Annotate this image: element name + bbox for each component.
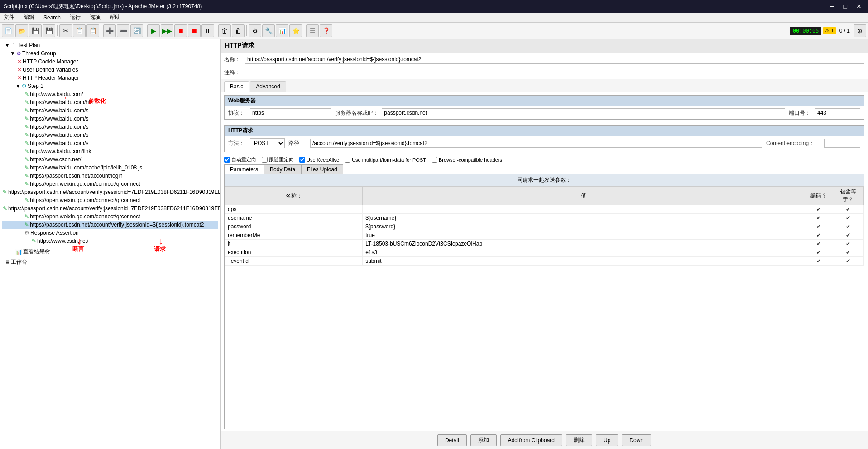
name-input[interactable] — [245, 55, 864, 64]
tree-item-step1[interactable]: ▼ ⚙ Step 1 — [2, 82, 218, 90]
params-data-table: 名称： 值 编码？ 包含等于？ gps ✔ ✔ — [225, 186, 864, 266]
table-row[interactable]: rememberMe true ✔ ✔ — [225, 231, 864, 240]
inner-tab-body-data[interactable]: Body Data — [264, 164, 301, 174]
inner-tab-parameters[interactable]: Parameters — [224, 164, 264, 174]
table-row[interactable]: execution e1s3 ✔ ✔ — [225, 248, 864, 257]
method-select[interactable]: POST GET PUT DELETE — [250, 138, 285, 148]
toolbar-clear-all[interactable]: 🗑 — [232, 24, 245, 37]
up-button[interactable]: Up — [596, 434, 618, 446]
toolbar-copy[interactable]: 📋 — [73, 24, 86, 37]
col-value: 值 — [363, 187, 805, 205]
path-input[interactable] — [310, 139, 762, 148]
comment-input[interactable] — [245, 68, 864, 77]
inner-tab-files-upload[interactable]: Files Upload — [301, 164, 343, 174]
cell-include: ✔ — [832, 205, 864, 214]
table-row[interactable]: lt LT-18503-bUSCm6ZloconD2Vt3CSIcpazeOlH… — [225, 240, 864, 248]
protocol-input[interactable] — [250, 108, 331, 117]
table-row[interactable]: username ${username} ✔ ✔ — [225, 214, 864, 222]
menu-run[interactable]: 运行 — [68, 13, 82, 22]
server-input[interactable] — [382, 108, 785, 117]
toolbar-clear[interactable]: 🗑 — [218, 24, 231, 37]
tree-item-test-plan[interactable]: ▼ 🗒 Test Plan — [2, 41, 218, 49]
web-server-section: Web服务器 协议： 服务器名称或IP： 端口号： — [224, 95, 864, 120]
toolbar-func2[interactable]: 🔧 — [262, 24, 275, 37]
toolbar-save-as[interactable]: 💾 — [43, 24, 55, 37]
toolbar-paste[interactable]: 📋 — [86, 24, 99, 37]
delete-button[interactable]: 删除 — [566, 434, 592, 446]
port-input[interactable] — [815, 108, 860, 117]
tree-item-url16[interactable]: ✎ https://open.weixin.qq.com/connect/qrc… — [2, 212, 218, 221]
add-from-clipboard-button[interactable]: Add from Clipboard — [500, 434, 562, 446]
counter-display: 0 / 1 — [838, 27, 852, 35]
menu-edit[interactable]: 编辑 — [22, 13, 36, 22]
toolbar-run[interactable]: ▶ — [147, 24, 160, 37]
close-button[interactable]: ✕ — [854, 2, 864, 11]
tree-item-selected-url[interactable]: ✎ https://passport.csdn.net/account/veri… — [2, 221, 218, 229]
check-auto-redirect[interactable]: 自动重定向 — [224, 156, 256, 163]
tree-item-url10[interactable]: ✎ https://www.baidu.com/cache/fpid/ielib… — [2, 164, 218, 172]
tree-item-user-defined-vars[interactable]: ✕ User Defined Variables — [2, 66, 218, 74]
toolbar: 📄 📂 💾 💾 ✂ 📋 📋 ➕ ➖ 🔄 ▶ ▶▶ ⏹ ⏹ ⏸ 🗑 🗑 ⚙ 🔧 📊… — [0, 23, 868, 39]
toolbar-cut[interactable]: ✂ — [59, 24, 72, 37]
down-button[interactable]: Down — [622, 434, 651, 446]
tree-item-header-manager[interactable]: ✕ HTTP Header Manager — [2, 74, 218, 82]
toolbar-func1[interactable]: ⚙ — [249, 24, 261, 37]
minimize-button[interactable]: ─ — [827, 2, 837, 11]
check-keepalive[interactable]: Use KeepAlive — [299, 157, 339, 163]
tree-item-response-assertion[interactable]: ⚙ Response Assertion — [2, 229, 218, 237]
tree-item-url4[interactable]: ✎ https://www.baidu.com/s — [2, 115, 218, 123]
toolbar-run-all[interactable]: ▶▶ — [161, 24, 173, 37]
tree-item-url17[interactable]: ✎ https://www.csdn.net/ — [2, 237, 218, 245]
check-follow-redirect[interactable]: 跟随重定向 — [262, 156, 294, 163]
tree-item-url13[interactable]: ✎ https://passport.csdn.net/account/veri… — [2, 188, 218, 196]
tree-item-url14[interactable]: ✎ https://open.weixin.qq.com/connect/qrc… — [2, 196, 218, 204]
menu-help[interactable]: 帮助 — [108, 13, 122, 22]
toolbar-help[interactable]: ❓ — [320, 24, 332, 37]
menu-search[interactable]: Search — [42, 14, 62, 22]
toolbar-func4[interactable]: ⭐ — [289, 24, 302, 37]
vars-icon: ✕ — [17, 67, 22, 73]
tree-item-url6[interactable]: ✎ https://www.baidu.com/s — [2, 131, 218, 139]
toolbar-toggle[interactable]: 🔄 — [130, 24, 143, 37]
toolbar-list[interactable]: ☰ — [306, 24, 319, 37]
toolbar-expand[interactable]: ➕ — [103, 24, 116, 37]
check-multipart[interactable]: Use multipart/form-data for POST — [345, 157, 426, 163]
cell-include: ✔ — [832, 231, 864, 240]
tree-item-url9[interactable]: ✎ https://www.csdn.net/ — [2, 155, 218, 164]
menu-file[interactable]: 文件 — [2, 13, 16, 22]
tree-item-url12[interactable]: ✎ https://open.weixin.qq.com/connect/qrc… — [2, 180, 218, 188]
table-row[interactable]: gps ✔ ✔ — [225, 205, 864, 214]
toolbar-open[interactable]: 📂 — [15, 24, 28, 37]
tree-item-cookie-manager[interactable]: ✕ HTTP Cookie Manager — [2, 58, 218, 66]
tree-item-url2[interactable]: ✎ https://www.baidu.com/his — [2, 98, 218, 106]
tree-item-workbench[interactable]: 🖥 工作台 — [2, 257, 218, 267]
encoding-input[interactable] — [824, 139, 860, 148]
tree-item-url5[interactable]: ✎ https://www.baidu.com/s — [2, 123, 218, 131]
table-row[interactable]: password ${password} ✔ ✔ — [225, 222, 864, 231]
tree-item-url11[interactable]: ✎ https://passport.csdn.net/account/logi… — [2, 172, 218, 180]
tab-advanced[interactable]: Advanced — [250, 81, 286, 92]
toolbar-collapse[interactable]: ➖ — [117, 24, 129, 37]
toolbar-counter-btn[interactable]: ⊕ — [854, 24, 866, 37]
tree-item-url15[interactable]: ✎ https://passport.csdn.net/account/veri… — [2, 204, 218, 212]
table-row[interactable]: _eventId submit ✔ ✔ — [225, 257, 864, 266]
tree-item-url7[interactable]: ✎ https://www.baidu.com/s — [2, 139, 218, 147]
toolbar-func3[interactable]: 📊 — [276, 24, 288, 37]
tree-item-thread-group[interactable]: ▼ ⚙ Thread Group — [2, 49, 218, 58]
toolbar-shutdown[interactable]: ⏸ — [201, 24, 214, 37]
menu-options[interactable]: 选项 — [88, 13, 102, 22]
toolbar-stop[interactable]: ⏹ — [174, 24, 187, 37]
maximize-button[interactable]: □ — [841, 2, 850, 11]
toolbar-new[interactable]: 📄 — [2, 24, 14, 37]
tree-item-view-results[interactable]: 📊 查看结果树 — [2, 247, 218, 256]
detail-button[interactable]: Detail — [437, 434, 467, 446]
toolbar-stop-now[interactable]: ⏹ — [188, 24, 201, 37]
add-button[interactable]: 添加 — [470, 434, 497, 446]
tab-basic[interactable]: Basic — [224, 81, 249, 92]
check-browser-headers[interactable]: Browser-compatible headers — [432, 157, 502, 163]
tree-item-url3[interactable]: ✎ https://www.baidu.com/s — [2, 106, 218, 115]
tree-item-url1[interactable]: ✎ http://www.baidu.com/ — [2, 90, 218, 98]
toolbar-save[interactable]: 💾 — [29, 24, 42, 37]
tree-item-url8[interactable]: ✎ http://www.baidu.com/link — [2, 147, 218, 155]
params-header: 同请求一起发送参数： — [224, 174, 864, 186]
